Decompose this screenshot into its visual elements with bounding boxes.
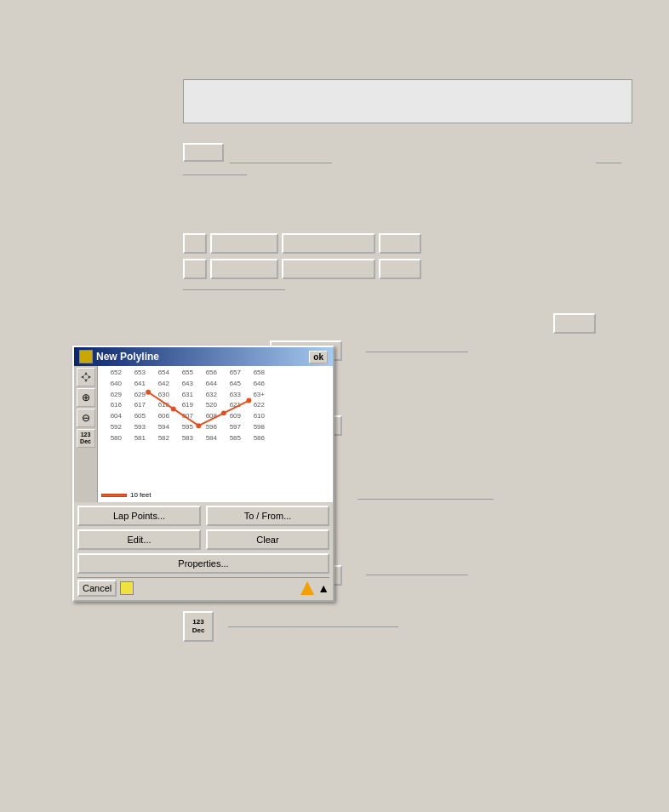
row1-btn2[interactable] bbox=[210, 233, 278, 254]
move-tool-button[interactable] bbox=[77, 368, 95, 386]
row1-btn3[interactable] bbox=[282, 233, 375, 254]
bg-btn-top-right[interactable] bbox=[553, 313, 596, 334]
icon-line bbox=[228, 626, 398, 627]
dialog-toolbar: ⊕ ⊖ 123Dec bbox=[74, 366, 98, 502]
zoom-in-button[interactable]: ⊕ bbox=[77, 388, 95, 407]
mid-line-2 bbox=[357, 499, 494, 500]
row1-btn1[interactable] bbox=[183, 233, 207, 254]
scroll-up-icon[interactable]: ▲ bbox=[317, 581, 329, 595]
lap-points-button[interactable]: Lap Points... bbox=[77, 506, 201, 526]
icon-box[interactable]: 123Dec bbox=[183, 611, 214, 642]
cancel-star-icon bbox=[120, 581, 134, 595]
header-line-2 bbox=[596, 163, 621, 163]
header-line-3 bbox=[183, 174, 247, 175]
dialog-titlebar: New Polyline ok bbox=[74, 347, 333, 366]
row1-btn4[interactable] bbox=[379, 233, 421, 254]
svg-marker-0 bbox=[84, 372, 88, 382]
dialog-ok-button[interactable]: ok bbox=[309, 351, 328, 363]
svg-marker-1 bbox=[81, 375, 91, 379]
dialog-btn-row-2: Edit... Clear bbox=[77, 529, 329, 550]
id-tool-icon: 123Dec bbox=[80, 432, 91, 444]
to-from-button[interactable]: To / From... bbox=[206, 506, 329, 526]
row2-btn3[interactable] bbox=[282, 259, 375, 279]
icon-label: 123Dec bbox=[192, 618, 205, 634]
map-grid: 652653654655656657658 640641642643644645… bbox=[98, 366, 333, 502]
edit-button[interactable]: Edit... bbox=[77, 529, 201, 550]
dialog-title: New Polyline bbox=[96, 351, 159, 363]
zoom-in-icon: ⊕ bbox=[82, 392, 90, 403]
button-row-2 bbox=[183, 259, 421, 279]
row2-btn1[interactable] bbox=[183, 259, 207, 279]
titlebar-left: New Polyline bbox=[79, 350, 159, 363]
below-rows-line bbox=[183, 289, 285, 290]
warning-icon bbox=[300, 581, 314, 595]
dialog-btn-row-3: Properties... bbox=[77, 553, 329, 574]
id-tool-button[interactable]: 123Dec bbox=[77, 429, 95, 448]
zoom-out-button[interactable]: ⊖ bbox=[77, 409, 95, 427]
dialog-map[interactable]: 652653654655656657658 640641642643644645… bbox=[98, 366, 333, 502]
row2-btn2[interactable] bbox=[210, 259, 278, 279]
cancel-button[interactable]: Cancel bbox=[77, 580, 117, 597]
mid-line-1 bbox=[366, 352, 468, 352]
button-row-1 bbox=[183, 233, 421, 254]
dialog-btn-row-1: Lap Points... To / From... bbox=[77, 506, 329, 526]
dialog-cancel-row: Cancel ▲ bbox=[77, 577, 329, 597]
small-top-button[interactable] bbox=[183, 143, 224, 162]
bottom-line bbox=[366, 575, 468, 575]
new-polyline-dialog: New Polyline ok ⊕ ⊖ 123De bbox=[72, 346, 334, 602]
top-bar bbox=[183, 79, 632, 123]
scale-bar: 10 feet bbox=[101, 491, 151, 499]
dialog-body: ⊕ ⊖ 123Dec 652653654655656657658 6406416… bbox=[74, 366, 333, 502]
scale-line-graphic bbox=[101, 494, 127, 497]
dialog-icon bbox=[79, 350, 93, 363]
properties-button[interactable]: Properties... bbox=[77, 553, 329, 574]
clear-button[interactable]: Clear bbox=[206, 529, 329, 550]
dialog-bottom: Lap Points... To / From... Edit... Clear… bbox=[74, 502, 333, 600]
zoom-out-icon: ⊖ bbox=[82, 412, 90, 424]
header-line-1 bbox=[230, 163, 332, 163]
scale-text: 10 feet bbox=[130, 491, 151, 499]
row2-btn4[interactable] bbox=[379, 259, 421, 279]
